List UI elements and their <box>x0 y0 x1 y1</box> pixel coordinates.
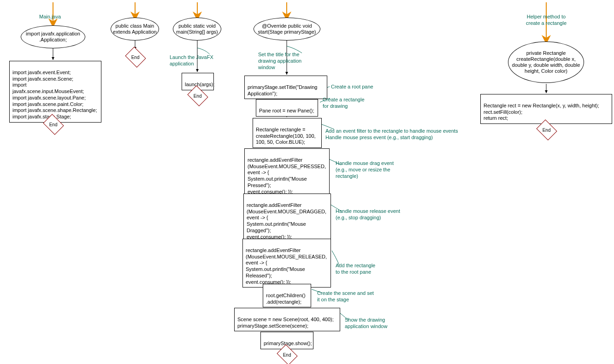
box-launch-label: launch(args); <box>185 82 214 87</box>
comment-helper: Helper method to create a rectangle <box>523 14 569 27</box>
ellipse-main-method-label: public static void main(String[] args) <box>175 23 219 35</box>
comment-scene: Create the scene and set it on the stage <box>317 290 374 303</box>
comment-show: Show the drawing application window <box>345 317 387 330</box>
comment-drag: Handle mouse drag event (e.g., move or r… <box>336 160 394 179</box>
box-released-label: rectangle.addEventFilter (MouseEvent.MOU… <box>246 247 327 285</box>
ellipse-import-app-label: import javafx.application .Application; <box>23 31 83 43</box>
ellipse-main-method: public static void main(String[] args) <box>173 18 221 41</box>
comment-rootpane: Create a root pane <box>331 84 373 90</box>
ellipse-start-label: @Override public void start(Stage primar… <box>256 23 318 35</box>
comment-main-java: Main.java <box>39 14 61 20</box>
box-imports-label: import javafx.event.Event; import javafx… <box>12 70 97 119</box>
ellipse-class-main-label: public class Main extends Application <box>113 23 157 35</box>
box-show-label: primaryStage.show(); <box>264 341 312 346</box>
end-col5-label: End <box>543 127 551 132</box>
box-newpane-label: Pane root = new Pane(); <box>259 108 314 113</box>
box-rectbody: Rectangle rect = new Rectangle(x, y, wid… <box>480 94 612 124</box>
comment-eventfilter: Add an event filter to the rectangle to … <box>325 128 458 141</box>
end-col4-label: End <box>283 352 291 357</box>
box-pressed-label: rectangle.addEventFilter (MouseEvent.MOU… <box>248 157 326 194</box>
box-rectbody-label: Rectangle rect = new Rectangle(x, y, wid… <box>484 103 599 121</box>
box-newpane: Pane root = new Pane(); <box>256 99 318 117</box>
box-createrect-label: Rectangle rectangle = createRectangle(10… <box>256 127 316 145</box>
box-settitle: primaryStage.setTitle("Drawing Applicati… <box>244 76 327 99</box>
box-imports: import javafx.event.Event; import javafx… <box>9 61 101 123</box>
box-released: rectangle.addEventFilter (MouseEvent.MOU… <box>242 239 331 288</box>
end-col2-label: End <box>131 54 140 59</box>
box-addchildren-label: root.getChildren() .add(rectangle); <box>266 293 306 305</box>
ellipse-createrect-label: private Rectangle createRectangle(double… <box>510 50 582 75</box>
ellipse-import-app: import javafx.application .Application; <box>21 25 85 48</box>
end-col4: End <box>279 348 295 361</box>
end-col1-label: End <box>49 122 58 127</box>
comment-launch: Launch the JavaFX application <box>170 54 213 67</box>
ellipse-start: @Override public void start(Stage primar… <box>254 18 320 41</box>
box-dragged-label: rectangle.addEventFilter (MouseEvent.MOU… <box>247 202 326 240</box>
end-col1: End <box>45 118 62 131</box>
comment-release: Handle mouse release event (e.g., stop d… <box>336 208 400 221</box>
box-dragged: rectangle.addEventFilter (MouseEvent.MOU… <box>243 194 331 242</box>
box-scene-label: Scene scene = new Scene(root, 400, 400);… <box>237 317 334 329</box>
box-createrect: Rectangle rectangle = createRectangle(10… <box>253 118 322 148</box>
comment-rect: Create a rectangle for drawing <box>323 97 365 110</box>
comment-title: Set the title for the drawing applicatio… <box>258 52 301 70</box>
comment-addrect: Add the rectangle to the root pane <box>336 263 375 276</box>
box-scene: Scene scene = new Scene(root, 400, 400);… <box>234 308 340 331</box>
end-col3: End <box>189 89 206 102</box>
end-col3-label: End <box>194 93 202 98</box>
box-addchildren: root.getChildren() .add(rectangle); <box>263 284 311 307</box>
box-pressed: rectangle.addEventFilter (MouseEvent.MOU… <box>244 148 330 197</box>
box-settitle-label: primaryStage.setTitle("Drawing Applicati… <box>248 84 317 96</box>
ellipse-class-main: public class Main extends Application <box>111 18 159 41</box>
ellipse-createrect: private Rectangle createRectangle(double… <box>508 41 584 83</box>
end-col5: End <box>538 123 555 136</box>
end-col2: End <box>127 51 144 64</box>
